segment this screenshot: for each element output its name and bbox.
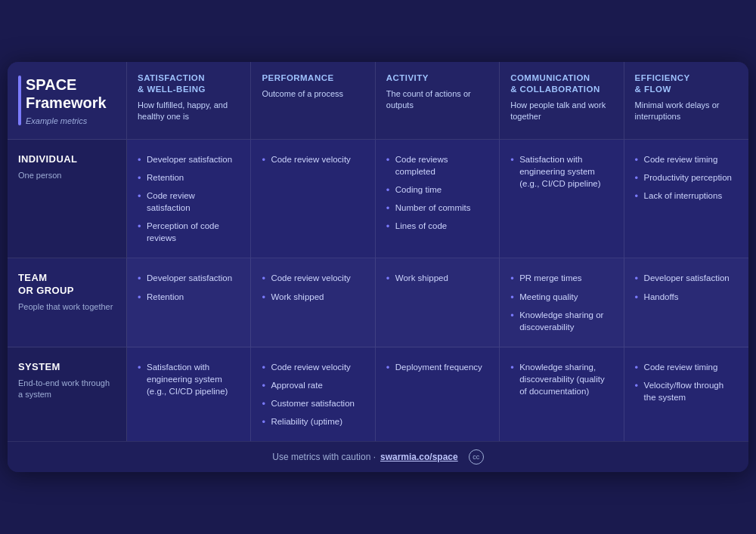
- header-activity: ACTIVITY The count of actions or outputs: [376, 62, 500, 140]
- header-communication: COMMUNICATION& COLLABORATION How people …: [500, 62, 624, 140]
- metric-list-2-0: Satisfaction with engineering system (e.…: [138, 361, 240, 397]
- main-container: SPACE Framework Example metrics SATISFAC…: [8, 62, 748, 472]
- list-item: Lack of interruptions: [635, 190, 738, 202]
- data-cell-2-3: Knowledge sharing, discoverability (qual…: [500, 347, 624, 441]
- brand-title: SPACE Framework: [26, 76, 116, 112]
- list-item: Developer satisfaction: [138, 153, 240, 165]
- data-cell-1-1: Code review velocityWork shipped: [251, 258, 375, 347]
- list-item: Code review velocity: [262, 272, 364, 284]
- col-sub-communication: How people talk and work together: [510, 100, 612, 123]
- data-cell-0-2: Code reviews completedCoding timeNumber …: [376, 140, 500, 259]
- metric-list-1-0: Developer satisfactionRetention: [138, 272, 240, 302]
- list-item: Code review velocity: [262, 361, 364, 373]
- row-label-title-1: TEAMOR GROUP: [18, 272, 116, 298]
- row-label-1: TEAMOR GROUPPeople that work together: [8, 258, 127, 347]
- list-item: Code reviews completed: [386, 153, 488, 177]
- data-cell-1-0: Developer satisfactionRetention: [127, 258, 251, 347]
- data-cell-1-4: Developer satisfactionHandoffs: [624, 258, 748, 347]
- data-cell-2-1: Code review velocityApproval rateCustome…: [251, 347, 375, 441]
- brand-subtitle: Example metrics: [26, 116, 116, 125]
- metric-list-0-2: Code reviews completedCoding timeNumber …: [386, 153, 488, 232]
- list-item: PR merge times: [510, 272, 612, 284]
- data-cell-2-0: Satisfaction with engineering system (e.…: [127, 347, 251, 441]
- list-item: Work shipped: [386, 272, 488, 284]
- list-item: Velocity/flow through the system: [635, 379, 738, 403]
- list-item: Code review timing: [635, 361, 738, 373]
- col-title-satisfaction: SATISFACTION& WELL-BEING: [138, 73, 240, 95]
- list-item: Work shipped: [262, 291, 364, 303]
- list-item: Meeting quality: [510, 291, 612, 303]
- list-item: Number of commits: [386, 202, 488, 214]
- data-cell-2-4: Code review timingVelocity/flow through …: [624, 347, 748, 441]
- data-cell-0-3: Satisfaction with engineering system (e.…: [500, 140, 624, 259]
- brand-cell: SPACE Framework Example metrics: [8, 62, 127, 140]
- footer-text: Use metrics with caution ·: [272, 452, 376, 462]
- metric-list-2-4: Code review timingVelocity/flow through …: [635, 361, 738, 403]
- col-sub-efficiency: Minimal work delays or interruptions: [635, 100, 738, 123]
- row-label-2: SYSTEMEnd-to-end work through a system: [8, 347, 127, 441]
- list-item: Customer satisfaction: [262, 397, 364, 409]
- list-item: Handoffs: [635, 291, 738, 303]
- col-sub-activity: The count of actions or outputs: [386, 88, 488, 112]
- list-item: Code review velocity: [262, 153, 364, 165]
- col-title-performance: PERFORMANCE: [262, 73, 364, 84]
- metric-list-1-2: Work shipped: [386, 272, 488, 284]
- metric-list-0-3: Satisfaction with engineering system (e.…: [510, 153, 612, 190]
- data-cell-2-2: Deployment frequency: [376, 347, 500, 441]
- list-item: Reliability (uptime): [262, 415, 364, 428]
- header-efficiency: EFFICIENCY& FLOW Minimal work delays or …: [624, 62, 748, 140]
- list-item: Satisfaction with engineering system (e.…: [138, 361, 240, 397]
- data-rows: INDIVIDUALOne personDeveloper satisfacti…: [8, 140, 748, 441]
- row-label-sub-0: One person: [18, 170, 116, 181]
- list-item: Lines of code: [386, 220, 488, 232]
- row-1: TEAMOR GROUPPeople that work togetherDev…: [8, 258, 748, 347]
- row-label-sub-1: People that work together: [18, 301, 116, 313]
- cc-icon: cc: [469, 449, 484, 465]
- header-performance: PERFORMANCE Outcome of a process: [251, 62, 375, 140]
- footer-link[interactable]: swarmia.co/space: [380, 452, 458, 462]
- metric-list-1-3: PR merge timesMeeting qualityKnowledge s…: [510, 272, 612, 332]
- metric-list-0-4: Code review timingProductivity perceptio…: [635, 153, 738, 202]
- list-item: Perception of code reviews: [138, 220, 240, 244]
- row-label-title-2: SYSTEM: [18, 361, 116, 374]
- row-2: SYSTEMEnd-to-end work through a systemSa…: [8, 347, 748, 441]
- row-label-title-0: INDIVIDUAL: [18, 153, 116, 166]
- list-item: Deployment frequency: [386, 361, 488, 373]
- metric-list-2-2: Deployment frequency: [386, 361, 488, 373]
- col-title-efficiency: EFFICIENCY& FLOW: [635, 73, 738, 95]
- metric-list-2-1: Code review velocityApproval rateCustome…: [262, 361, 364, 428]
- col-title-activity: ACTIVITY: [386, 73, 488, 84]
- metric-list-0-0: Developer satisfactionRetentionCode revi…: [138, 153, 240, 245]
- list-item: Approval rate: [262, 379, 364, 391]
- data-cell-0-1: Code review velocity: [251, 140, 375, 259]
- list-item: Knowledge sharing, discoverability (qual…: [510, 361, 612, 397]
- list-item: Satisfaction with engineering system (e.…: [510, 153, 612, 190]
- list-item: Coding time: [386, 184, 488, 196]
- list-item: Code review timing: [635, 153, 738, 165]
- row-label-sub-2: End-to-end work through a system: [18, 378, 116, 401]
- row-label-0: INDIVIDUALOne person: [8, 140, 127, 259]
- col-title-communication: COMMUNICATION& COLLABORATION: [510, 73, 612, 95]
- space-grid: SPACE Framework Example metrics SATISFAC…: [8, 62, 748, 140]
- data-cell-1-2: Work shipped: [376, 258, 500, 347]
- list-item: Retention: [138, 291, 240, 303]
- col-sub-satisfaction: How fulfilled, happy, and healthy one is: [138, 100, 240, 123]
- metric-list-0-1: Code review velocity: [262, 153, 364, 165]
- list-item: Retention: [138, 171, 240, 184]
- list-item: Developer satisfaction: [138, 272, 240, 284]
- list-item: Knowledge sharing or discoverability: [510, 309, 612, 333]
- metric-list-1-1: Code review velocityWork shipped: [262, 272, 364, 302]
- metric-list-2-3: Knowledge sharing, discoverability (qual…: [510, 361, 612, 397]
- list-item: Code review satisfaction: [138, 190, 240, 214]
- list-item: Productivity perception: [635, 171, 738, 184]
- metric-list-1-4: Developer satisfactionHandoffs: [635, 272, 738, 302]
- list-item: Developer satisfaction: [635, 272, 738, 284]
- data-cell-0-0: Developer satisfactionRetentionCode revi…: [127, 140, 251, 259]
- col-sub-performance: Outcome of a process: [262, 88, 364, 100]
- row-0: INDIVIDUALOne personDeveloper satisfacti…: [8, 140, 748, 259]
- data-cell-0-4: Code review timingProductivity perceptio…: [624, 140, 748, 259]
- header-satisfaction: SATISFACTION& WELL-BEING How fulfilled, …: [127, 62, 251, 140]
- footer: Use metrics with caution · swarmia.co/sp…: [8, 441, 748, 472]
- data-cell-1-3: PR merge timesMeeting qualityKnowledge s…: [500, 258, 624, 347]
